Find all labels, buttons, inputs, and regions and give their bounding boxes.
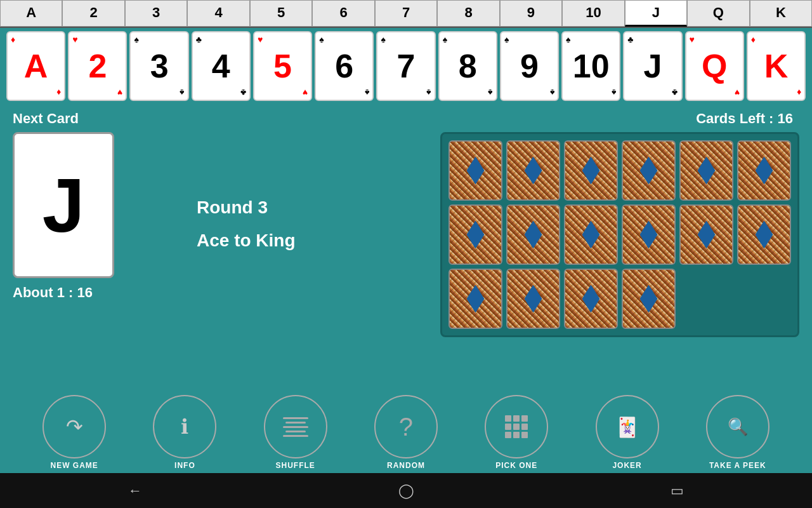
card-suit-bottom: ♠ bbox=[612, 88, 616, 98]
card-9[interactable]: ♠9♠ bbox=[500, 31, 559, 101]
col-header-10[interactable]: 10 bbox=[562, 0, 624, 27]
face-down-card[interactable] bbox=[449, 140, 502, 201]
col-header-6[interactable]: 6 bbox=[312, 0, 374, 27]
random-icon: ? bbox=[399, 413, 413, 441]
face-down-card[interactable] bbox=[506, 269, 560, 329]
face-down-card[interactable] bbox=[564, 140, 618, 201]
shuffle-label: SHUFFLE bbox=[276, 461, 315, 470]
card-value-text: J bbox=[644, 50, 662, 83]
face-down-card[interactable] bbox=[679, 204, 733, 265]
face-down-card[interactable] bbox=[737, 140, 791, 201]
col-header-8[interactable]: 8 bbox=[437, 0, 499, 27]
col-header-9[interactable]: 9 bbox=[500, 0, 562, 27]
card-8[interactable]: ♠8♠ bbox=[438, 31, 497, 101]
col-header-q[interactable]: Q bbox=[687, 0, 749, 27]
face-down-card[interactable] bbox=[622, 269, 676, 329]
card-A[interactable]: ♦A♦ bbox=[6, 31, 65, 101]
card-2[interactable]: ♥2♥ bbox=[68, 31, 127, 101]
card-value-text: 4 bbox=[212, 50, 230, 83]
face-down-card[interactable] bbox=[506, 140, 560, 201]
col-header-j[interactable]: J bbox=[625, 0, 687, 27]
card-value-text: 5 bbox=[273, 50, 292, 83]
col-header-k[interactable]: K bbox=[750, 0, 812, 27]
col-header-a[interactable]: A bbox=[0, 0, 62, 27]
pick-one-button[interactable]: PICK ONE bbox=[485, 395, 548, 470]
face-down-card[interactable] bbox=[449, 204, 502, 265]
card-back-diamond bbox=[582, 221, 600, 249]
card-suit-bottom: ♥ bbox=[117, 88, 122, 98]
card-suit-top: ♠ bbox=[319, 34, 324, 44]
card-back-diamond bbox=[525, 157, 542, 185]
card-suit-bottom: ♠ bbox=[550, 88, 554, 98]
card-suit-top: ♠ bbox=[566, 34, 570, 44]
joker-button[interactable]: 🃏 JOKER bbox=[596, 395, 659, 470]
card-suit-bottom: ♣ bbox=[240, 88, 246, 98]
card-suit-top: ♥ bbox=[72, 34, 77, 44]
card-back-diamond bbox=[756, 221, 773, 249]
card-3[interactable]: ♠3♠ bbox=[129, 31, 188, 101]
col-header-3[interactable]: 3 bbox=[125, 0, 187, 27]
card-suit-top: ♥ bbox=[690, 34, 695, 44]
card-J[interactable]: ♣J♣ bbox=[623, 31, 682, 101]
card-suit-top: ♥ bbox=[258, 34, 263, 44]
card-value-text: K bbox=[764, 50, 789, 83]
shuffle-button[interactable]: SHUFFLE bbox=[264, 395, 327, 470]
next-card-display[interactable]: J bbox=[13, 132, 114, 278]
card-back-diamond bbox=[582, 157, 600, 185]
card-back-diamond bbox=[467, 157, 485, 185]
col-header-4[interactable]: 4 bbox=[187, 0, 249, 27]
card-suit-bottom: ♦ bbox=[797, 88, 801, 98]
home-button[interactable]: ◯ bbox=[398, 483, 414, 499]
card-back-diamond bbox=[756, 157, 773, 185]
face-down-card[interactable] bbox=[564, 269, 618, 329]
card-6[interactable]: ♠6♠ bbox=[315, 31, 374, 101]
joker-label: JOKER bbox=[612, 461, 641, 470]
joker-icon: 🃏 bbox=[615, 416, 639, 438]
face-down-card[interactable] bbox=[506, 204, 560, 265]
card-7[interactable]: ♠7♠ bbox=[376, 31, 435, 101]
card-suit-top: ♦ bbox=[751, 34, 756, 44]
face-down-card[interactable] bbox=[622, 204, 676, 265]
left-panel: Next Card J About 1 : 16 bbox=[13, 110, 152, 337]
card-suit-bottom: ♠ bbox=[488, 88, 492, 98]
card-grid-container bbox=[440, 132, 799, 337]
card-value-text: 3 bbox=[150, 50, 169, 83]
random-button[interactable]: ? RANDOM bbox=[374, 395, 438, 470]
card-5[interactable]: ♥5♥ bbox=[253, 31, 312, 101]
face-down-card[interactable] bbox=[679, 140, 733, 201]
face-down-card[interactable] bbox=[737, 204, 791, 265]
face-down-card[interactable] bbox=[622, 140, 676, 201]
card-10[interactable]: ♠10♠ bbox=[561, 31, 620, 101]
card-suit-bottom: ♦ bbox=[56, 88, 61, 98]
new-game-button[interactable]: ↷ NEW GAME bbox=[43, 395, 106, 470]
card-value-text: 8 bbox=[459, 50, 477, 83]
card-suit-top: ♦ bbox=[11, 34, 15, 44]
pick-one-icon bbox=[505, 415, 528, 438]
col-header-5[interactable]: 5 bbox=[250, 0, 312, 27]
card-value-text: 9 bbox=[520, 50, 539, 83]
next-card-value: J bbox=[43, 161, 85, 249]
info-icon: ℹ bbox=[181, 415, 188, 439]
face-down-card[interactable] bbox=[564, 204, 618, 265]
android-nav-bar: ← ◯ ▭ bbox=[0, 473, 812, 508]
recents-button[interactable]: ▭ bbox=[671, 483, 684, 499]
card-value-text: Q bbox=[702, 50, 727, 83]
card-back-diamond bbox=[640, 221, 658, 249]
column-headers: A2345678910JQK bbox=[0, 0, 812, 28]
card-value-text: 10 bbox=[573, 50, 610, 83]
card-back-diamond bbox=[467, 285, 485, 313]
ace-to-king-text: Ace to King bbox=[197, 231, 296, 251]
card-suit-bottom: ♣ bbox=[672, 88, 678, 98]
card-K[interactable]: ♦K♦ bbox=[747, 31, 806, 101]
col-header-2[interactable]: 2 bbox=[62, 0, 124, 27]
card-Q[interactable]: ♥Q♥ bbox=[685, 31, 744, 101]
col-header-7[interactable]: 7 bbox=[375, 0, 437, 27]
new-game-icon: ↷ bbox=[66, 415, 83, 439]
info-button[interactable]: ℹ INFO bbox=[153, 395, 216, 470]
card-back-diamond bbox=[698, 157, 716, 185]
face-down-card[interactable] bbox=[449, 269, 502, 329]
back-button[interactable]: ← bbox=[128, 483, 142, 499]
card-suit-bottom: ♠ bbox=[365, 88, 369, 98]
card-4[interactable]: ♣4♣ bbox=[192, 31, 251, 101]
take-a-peek-button[interactable]: 🔍 TAKE A PEEK bbox=[706, 395, 769, 470]
